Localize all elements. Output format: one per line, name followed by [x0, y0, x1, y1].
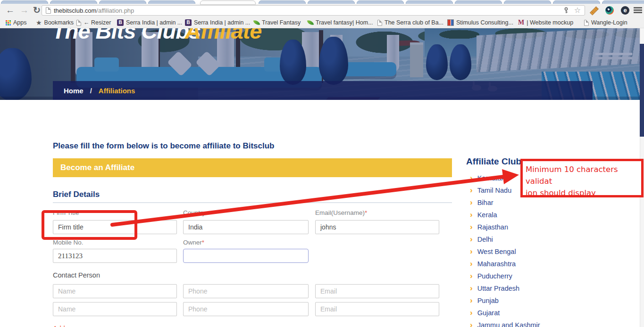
- sidebar-item-rajasthan[interactable]: ›Rajasthan: [470, 223, 508, 231]
- sidebar-item-karnataka[interactable]: ›Karnataka: [470, 174, 509, 182]
- chevron-right-icon: ›: [470, 297, 473, 304]
- apps-grid-icon: [6, 20, 11, 25]
- owner-label: Owner*: [183, 239, 204, 246]
- page-icon: [76, 20, 81, 26]
- country-input[interactable]: [183, 220, 309, 234]
- password-key-icon[interactable]: [563, 7, 569, 14]
- chevron-right-icon: ›: [470, 248, 473, 255]
- chevron-right-icon: ›: [470, 310, 473, 316]
- contact-email-input-1[interactable]: [315, 284, 439, 298]
- bookmark-star-icon[interactable]: ☆: [574, 7, 581, 14]
- bookmark-apps[interactable]: Apps: [6, 17, 27, 28]
- bookmark-bookmarks[interactable]: ★Bookmarks: [36, 17, 74, 28]
- breadcrumb-current: Affiliations: [99, 87, 135, 95]
- chevron-right-icon: ›: [470, 261, 473, 267]
- chevron-right-icon: ›: [470, 236, 473, 243]
- breadcrumb-separator: /: [90, 87, 92, 95]
- contact-name-input-2[interactable]: [53, 302, 177, 316]
- bookmark-travel-fantasy-home[interactable]: Travel fantasy| Hom...: [308, 17, 373, 28]
- mobile-label: Mobile No.: [53, 239, 84, 246]
- ruler-extension-icon[interactable]: [589, 5, 599, 16]
- chevron-right-icon: ›: [470, 175, 473, 181]
- sidebar-item-west-bengal[interactable]: ›West Bengal: [470, 248, 516, 255]
- add-more-link[interactable]: Add more: [53, 325, 83, 327]
- bookmark-website-mockup[interactable]: M| Website mockup: [518, 17, 573, 28]
- feather-icon: [307, 19, 314, 26]
- contact-name-input-1[interactable]: [53, 284, 177, 298]
- sidebar-item-bihar[interactable]: ›Bihar: [470, 199, 493, 206]
- reload-button[interactable]: ↻: [33, 4, 41, 16]
- breadcrumb: Home / Affiliations: [53, 81, 593, 100]
- become-affiliate-banner: Become an Affiliate: [53, 158, 452, 177]
- owner-input[interactable]: [183, 249, 309, 263]
- url-text: thebitsclub.com/affiliation.php: [54, 7, 134, 14]
- sidebar-item-uttar-pradesh[interactable]: ›Uttar Pradesh: [470, 285, 519, 292]
- contact-phone-input-2[interactable]: [183, 302, 309, 316]
- annotation-note: Minimum 10 characters validat ion should…: [520, 159, 644, 197]
- menu-hamburger-icon[interactable]: [633, 5, 643, 16]
- chevron-right-icon: ›: [470, 187, 473, 194]
- back-button[interactable]: ←: [6, 4, 15, 16]
- browser-toolbar: ← → ↻ thebitsclub.com/affiliation.php ☆ …: [0, 4, 644, 17]
- email-username-input[interactable]: [315, 220, 439, 234]
- sidebar-item-tamil-nadu[interactable]: ›Tamil Nadu: [470, 187, 511, 194]
- browser-tab-active[interactable]: [200, 0, 256, 5]
- email-label: Email(Username)*: [315, 209, 367, 216]
- sidebar-item-gujarat[interactable]: ›Gujarat: [470, 309, 500, 317]
- bookmark-travel-fantasy[interactable]: Travel Fantasy: [254, 17, 301, 28]
- site-brand: The Bits Clubs: [52, 28, 201, 44]
- evernote-extension-icon[interactable]: e: [620, 5, 630, 16]
- b-badge-icon: B: [117, 19, 124, 26]
- chevron-right-icon: ›: [470, 273, 473, 279]
- annotation-highlight-rectangle: [42, 210, 137, 240]
- chevron-right-icon: ›: [470, 212, 473, 218]
- page-icon: [46, 7, 51, 14]
- forward-button[interactable]: →: [20, 4, 29, 16]
- contact-email-input-2[interactable]: [315, 302, 439, 316]
- star-icon: ★: [36, 19, 42, 26]
- page-title: Affiliate: [185, 28, 262, 44]
- chevron-right-icon: ›: [470, 199, 473, 206]
- form-intro-text: Please fill the form below is to become …: [53, 141, 274, 151]
- b-badge-icon: B: [185, 19, 192, 26]
- bookmark-serra-club[interactable]: The Serra club of Ba...: [377, 17, 443, 28]
- bookmark-serra-admin-2[interactable]: BSerra India | admin ...: [185, 17, 250, 28]
- sidebar-item-jammu-kashmir[interactable]: ›Jammu and Kashmir: [470, 321, 540, 327]
- chevron-right-icon: ›: [470, 224, 473, 230]
- contact-phone-input-1[interactable]: [183, 284, 309, 298]
- section-title: Brief Details: [53, 190, 100, 199]
- eye-extension-icon[interactable]: [604, 5, 615, 16]
- chevron-right-icon: ›: [470, 322, 473, 327]
- sidebar-item-maharashtra[interactable]: ›Maharashtra: [470, 260, 516, 268]
- affiliate-clubs-title: Affiliate Clubs: [466, 156, 527, 167]
- bookmarks-bar: Apps ★Bookmarks ← Resizer BSerra India |…: [0, 17, 644, 28]
- sidebar-item-kerala[interactable]: ›Kerala: [470, 211, 497, 219]
- page-icon: [377, 20, 382, 26]
- hero-image: The Bits Clubs Affiliate Home / Affiliat…: [0, 28, 644, 100]
- bookmark-serra-admin-1[interactable]: BSerra India | admin ...: [117, 17, 182, 28]
- sidebar-item-punjab[interactable]: ›Punjab: [470, 297, 499, 304]
- address-bar[interactable]: thebitsclub.com/affiliation.php ☆: [42, 5, 585, 16]
- country-label: Country: [183, 209, 205, 216]
- contact-person-label: Contact Person: [53, 271, 100, 279]
- bookmark-wangle-login[interactable]: Wangle-Login: [584, 17, 627, 28]
- scrollbar-thumb[interactable]: [640, 44, 644, 137]
- bookmark-stimulus[interactable]: Stimulus Consulting...: [447, 17, 513, 28]
- mobile-input[interactable]: [53, 249, 177, 263]
- sidebar-item-puducherry[interactable]: ›Puducherry: [470, 272, 512, 280]
- m-badge-icon: M: [518, 19, 524, 26]
- stimulus-icon: [447, 19, 454, 26]
- browser-window: ← → ↻ thebitsclub.com/affiliation.php ☆ …: [0, 0, 644, 327]
- chevron-right-icon: ›: [470, 285, 473, 292]
- sidebar-item-delhi[interactable]: ›Delhi: [470, 236, 493, 243]
- feather-icon: [253, 19, 260, 26]
- browser-tab-strip: [0, 0, 644, 4]
- section-divider: [53, 202, 452, 203]
- page-icon: [584, 20, 589, 26]
- bookmark-resizer[interactable]: ← Resizer: [76, 17, 111, 28]
- breadcrumb-home-link[interactable]: Home: [64, 87, 84, 95]
